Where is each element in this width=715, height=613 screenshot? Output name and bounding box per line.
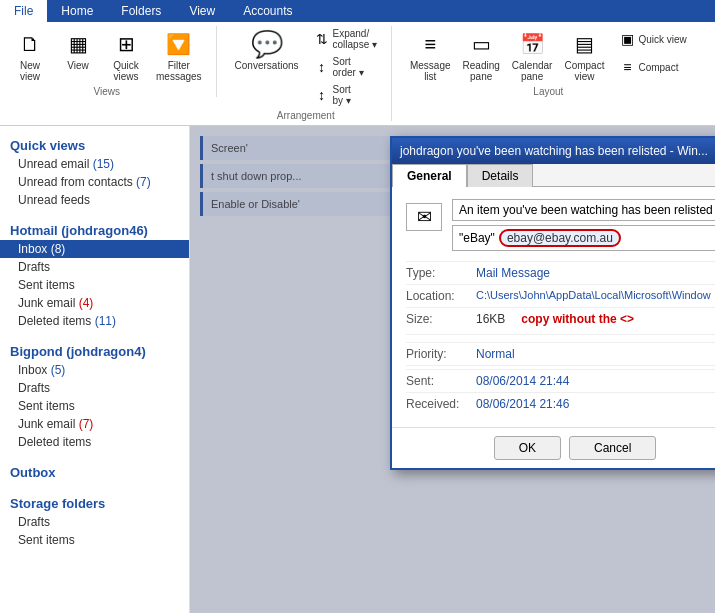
email-from-address: ebay@ebay.com.au [499, 229, 621, 247]
view-icon: ▦ [62, 28, 94, 60]
ribbon-group-layout-label: Layout [533, 86, 563, 97]
tab-home[interactable]: Home [47, 0, 107, 22]
quick-views-icon: ⊞ [110, 28, 142, 60]
ribbon-group-arrangement-label: Arrangement [277, 110, 335, 121]
sidebar-item-bigpond-junk[interactable]: Junk email (7) [0, 415, 189, 433]
sidebar-item-unread-contacts[interactable]: Unread from contacts (7) [0, 173, 189, 191]
sidebar-item-unread-email[interactable]: Unread email (15) [0, 155, 189, 173]
sidebar-account-hotmail: Hotmail (johdragon46) [0, 217, 189, 240]
sidebar-item-bigpond-inbox[interactable]: Inbox (5) [0, 361, 189, 379]
field-priority-label: Priority: [406, 347, 476, 361]
field-received-value: 08/06/2014 21:46 [476, 397, 715, 411]
calendar-pane-icon: 📅 [516, 28, 548, 60]
btn-compact-sm[interactable]: ≡ Compact [612, 54, 690, 80]
field-received-label: Received: [406, 397, 476, 411]
sidebar-item-hotmail-sent[interactable]: Sent items [0, 276, 189, 294]
dialog-titlebar: johdragon you've been watching has been … [392, 138, 715, 164]
field-location: Location: C:\Users\John\AppData\Local\Mi… [406, 284, 715, 307]
field-type: Type: Mail Message [406, 261, 715, 284]
field-location-value: C:\Users\John\AppData\Local\Microsoft\Wi… [476, 289, 715, 301]
field-priority-value: Normal [476, 347, 715, 361]
message-list-icon: ≡ [414, 28, 446, 60]
dialog-tab-details[interactable]: Details [467, 164, 534, 187]
compact-view-icon: ▤ [568, 28, 600, 60]
btn-sort-order[interactable]: ↕ Sortorder ▾ [307, 54, 381, 80]
copy-hint: copy without the <> [521, 312, 634, 326]
sidebar-item-hotmail-deleted[interactable]: Deleted items (11) [0, 312, 189, 330]
ok-button[interactable]: OK [494, 436, 561, 460]
sidebar-item-hotmail-drafts[interactable]: Drafts [0, 258, 189, 276]
sidebar-account-outbox: Outbox [0, 459, 189, 482]
reading-pane-icon: ▭ [465, 28, 497, 60]
btn-expand-collapse[interactable]: ⇅ Expand/collapse ▾ [307, 26, 381, 52]
btn-calendar-pane[interactable]: 📅 Calendarpane [508, 26, 557, 84]
ribbon-group-views: 🗋 Newview ▦ View ⊞ Quickviews 🔽 Filterme… [8, 26, 217, 97]
sidebar-account-storage: Storage folders [0, 490, 189, 513]
field-location-label: Location: [406, 289, 476, 303]
sidebar-item-storage-drafts[interactable]: Drafts [0, 513, 189, 531]
tab-folders[interactable]: Folders [107, 0, 175, 22]
btn-reading-pane[interactable]: ▭ Readingpane [459, 26, 504, 84]
content-area: Screen' t shut down prop... Enable or Di… [190, 126, 715, 613]
sort-order-icon: ↕ [311, 56, 333, 78]
sidebar-divider-4 [0, 482, 189, 490]
dialog-title: johdragon you've been watching has been … [400, 144, 715, 158]
sidebar-divider-3 [0, 451, 189, 459]
quick-view-sm-icon: ▣ [616, 28, 638, 50]
filter-icon: 🔽 [163, 28, 195, 60]
dialog-tab-general[interactable]: General [392, 164, 467, 187]
sidebar-divider-1 [0, 209, 189, 217]
dialog-tabs: General Details [392, 164, 715, 187]
btn-message-list[interactable]: ≡ Messagelist [406, 26, 455, 84]
sort-by-icon: ↕ [311, 84, 333, 106]
ribbon-content: 🗋 Newview ▦ View ⊞ Quickviews 🔽 Filterme… [0, 22, 715, 125]
tab-view[interactable]: View [175, 0, 229, 22]
new-view-icon: 🗋 [14, 28, 46, 60]
dialog-body: ✉ "eBay" ebay@ebay.com.au Type: Mail Mes… [392, 187, 715, 427]
divider-1 [406, 334, 715, 342]
btn-quick-views[interactable]: ⊞ Quickviews [104, 26, 148, 84]
sidebar-item-bigpond-deleted[interactable]: Deleted items [0, 433, 189, 451]
email-from-prefix: "eBay" [459, 231, 495, 245]
field-type-value: Mail Message [476, 266, 715, 280]
sidebar-account-bigpond: Bigpond (johdragon4) [0, 338, 189, 361]
sidebar-item-storage-sent[interactable]: Sent items [0, 531, 189, 549]
field-sent: Sent: 08/06/2014 21:44 [406, 369, 715, 392]
ribbon: File Home Folders View Accounts 🗋 Newvie… [0, 0, 715, 126]
sidebar-divider-2 [0, 330, 189, 338]
email-subject-field[interactable] [452, 199, 715, 221]
sidebar-item-bigpond-drafts[interactable]: Drafts [0, 379, 189, 397]
tab-file[interactable]: File [0, 0, 47, 22]
field-size: Size: 16KB copy without the <> [406, 307, 715, 330]
field-type-label: Type: [406, 266, 476, 280]
field-sent-value: 08/06/2014 21:44 [476, 374, 715, 388]
sidebar-item-unread-feeds[interactable]: Unread feeds [0, 191, 189, 209]
email-fields: "eBay" ebay@ebay.com.au [452, 199, 715, 251]
btn-sort-by[interactable]: ↕ Sortby ▾ [307, 82, 381, 108]
btn-quick-view-sm[interactable]: ▣ Quick view [612, 26, 690, 52]
btn-new-view[interactable]: 🗋 Newview [8, 26, 52, 84]
field-size-label: Size: [406, 312, 476, 326]
tab-accounts[interactable]: Accounts [229, 0, 306, 22]
email-from-field: "eBay" ebay@ebay.com.au [452, 225, 715, 251]
field-received: Received: 08/06/2014 21:46 [406, 392, 715, 415]
email-preview: ✉ "eBay" ebay@ebay.com.au [406, 199, 715, 251]
btn-conversations[interactable]: 💬 Conversations [231, 26, 303, 108]
quick-views-title: Quick views [0, 132, 189, 155]
ribbon-tabs: File Home Folders View Accounts [0, 0, 715, 22]
sidebar-item-hotmail-inbox[interactable]: Inbox (8) [0, 240, 189, 258]
btn-view[interactable]: ▦ View [56, 26, 100, 84]
sidebar-item-bigpond-sent[interactable]: Sent items [0, 397, 189, 415]
properties-dialog: johdragon you've been watching has been … [390, 136, 715, 470]
field-sent-label: Sent: [406, 374, 476, 388]
conversations-icon: 💬 [251, 28, 283, 60]
ribbon-group-layout: ≡ Messagelist ▭ Readingpane 📅 Calendarpa… [406, 26, 701, 97]
sidebar: Quick views Unread email (15) Unread fro… [0, 126, 190, 613]
ribbon-group-views-label: Views [94, 86, 121, 97]
dialog-footer: OK Cancel [392, 427, 715, 468]
expand-collapse-icon: ⇅ [311, 28, 333, 50]
btn-filter-messages[interactable]: 🔽 Filtermessages [152, 26, 206, 84]
sidebar-item-hotmail-junk[interactable]: Junk email (4) [0, 294, 189, 312]
btn-compact-view[interactable]: ▤ Compactview [560, 26, 608, 84]
cancel-button[interactable]: Cancel [569, 436, 656, 460]
